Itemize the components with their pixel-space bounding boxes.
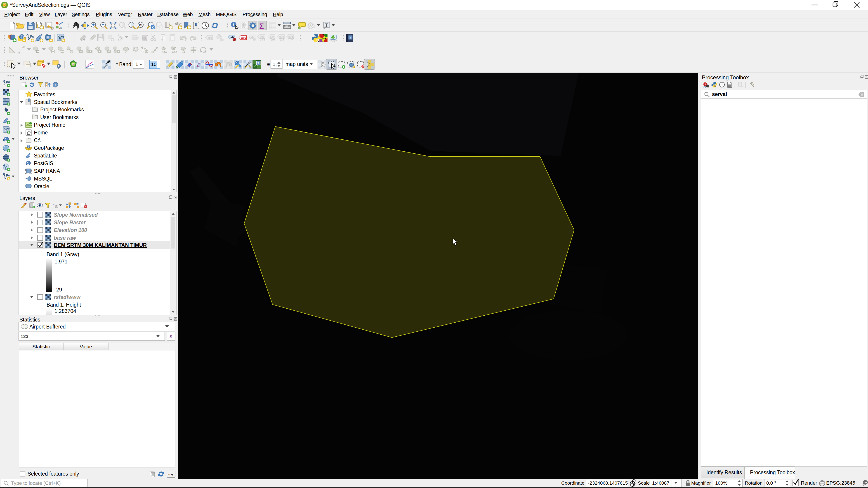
svg-text:?: ? (257, 61, 259, 65)
svg-text:ab: ab (251, 35, 254, 38)
svg-text:ε: ε (197, 61, 200, 68)
svg-text:1:1: 1:1 (138, 24, 143, 27)
svg-text:abc: abc (208, 36, 213, 39)
svg-text:a: a (59, 25, 62, 30)
svg-text:ε: ε (53, 203, 55, 207)
svg-text:abc: abc (270, 35, 275, 38)
svg-text:abc: abc (279, 35, 284, 38)
svg-text:i: i (233, 23, 234, 27)
svg-text:abc: abc (288, 35, 293, 38)
svg-text:abc: abc (241, 36, 246, 39)
svg-text:?: ? (349, 36, 351, 39)
svg-text:T: T (325, 22, 328, 28)
svg-text:abc: abc (260, 35, 265, 38)
